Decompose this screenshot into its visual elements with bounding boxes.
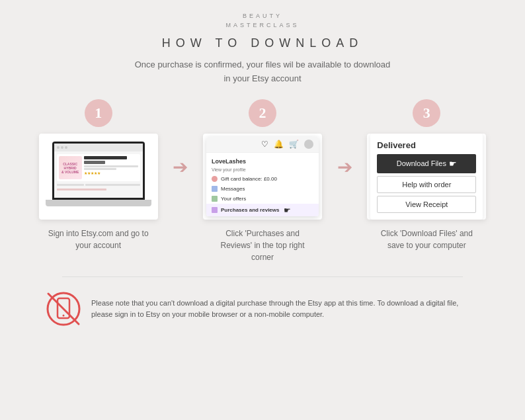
arrow-1: ➔ xyxy=(170,156,190,178)
view-receipt-button[interactable]: View Receipt xyxy=(377,196,476,213)
etsy-menu-mockup: ♡ 🔔 🛒 LoveLashes View your profile Gift … xyxy=(206,137,319,216)
divider xyxy=(62,276,464,277)
notice-text: Please note that you can't download a di… xyxy=(91,298,479,319)
notice-row: Please note that you can't download a di… xyxy=(26,286,499,331)
arrow-2: ➔ xyxy=(335,156,355,178)
no-phone-icon xyxy=(46,292,81,326)
step-3-caption: Click 'Download Files' and save to your … xyxy=(374,228,479,251)
step-1-image: CLASSICHYBRID& VOLUME ★★★★★ xyxy=(39,134,158,220)
step-1-caption: Sign into Etsy.com and go to your accoun… xyxy=(46,228,151,251)
step-2-image: ♡ 🔔 🛒 LoveLashes View your profile Gift … xyxy=(203,134,322,220)
etsy-username: LoveLashes xyxy=(212,158,246,165)
step-1-number: 1 xyxy=(85,99,112,127)
step-1: 1 CLASSI xyxy=(26,99,170,251)
step-2-number: 2 xyxy=(249,99,276,127)
step-3: 3 Delivered Download Files ☛ Help with o… xyxy=(355,99,499,251)
svg-point-2 xyxy=(63,314,65,316)
steps-container: 1 CLASSI xyxy=(26,99,499,263)
page-title: HOW TO DOWNLOAD xyxy=(162,36,363,50)
download-files-button[interactable]: Download Files ☛ xyxy=(377,154,476,173)
product-thumbnail: CLASSICHYBRID& VOLUME xyxy=(59,156,82,179)
brand-name: BEAUTY MASTERCLASS xyxy=(225,12,299,30)
cursor-icon: ☛ xyxy=(449,159,457,169)
step-2: 2 ♡ 🔔 🛒 LoveLashes View your profile xyxy=(190,99,334,263)
step-3-image: Delivered Download Files ☛ Help with ord… xyxy=(367,134,486,220)
laptop-mockup: CLASSICHYBRID& VOLUME ★★★★★ xyxy=(46,142,151,211)
step-3-number: 3 xyxy=(413,99,440,127)
page: BEAUTY MASTERCLASS HOW TO DOWNLOAD Once … xyxy=(0,0,525,420)
download-ui-mockup: Delivered Download Files ☛ Help with ord… xyxy=(370,134,483,220)
subtitle: Once purchase is confirmed, your files w… xyxy=(135,58,391,86)
step-2-caption: Click 'Purchases and Reviews' in the top… xyxy=(210,228,315,263)
delivered-label: Delivered xyxy=(377,140,476,150)
help-with-order-button[interactable]: Help with order xyxy=(377,176,476,193)
